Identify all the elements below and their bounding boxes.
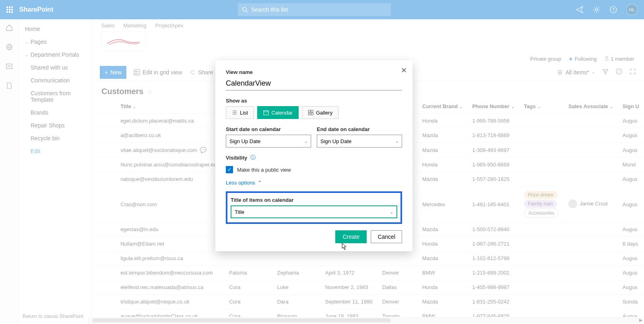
public-label: Make this a public view — [237, 167, 291, 173]
public-checkbox[interactable]: ✓ — [226, 166, 233, 173]
create-view-modal: ✕ View name Show as List Calendar Galler… — [215, 60, 413, 251]
showas-list[interactable]: List — [226, 106, 254, 119]
chevron-up-icon: ⌃ — [258, 180, 262, 186]
less-options-toggle[interactable]: Less options ⌃ — [226, 180, 262, 186]
start-date-select[interactable]: Sign Up Date⌄ — [226, 135, 311, 148]
showas-label: Show as — [226, 98, 402, 104]
cancel-button[interactable]: Cancel — [371, 230, 402, 243]
viewname-input[interactable] — [226, 78, 402, 90]
list-icon — [232, 110, 237, 115]
calendar-icon — [263, 110, 269, 115]
create-button[interactable]: Create — [335, 230, 367, 243]
svg-rect-30 — [308, 113, 310, 115]
showas-calendar[interactable]: Calendar — [257, 106, 299, 119]
close-icon[interactable]: ✕ — [401, 66, 407, 75]
gallery-icon — [308, 110, 314, 115]
chevron-down-icon: ⌄ — [390, 210, 393, 214]
chevron-down-icon: ⌄ — [304, 139, 308, 144]
title-items-label: Title of items on calendar — [231, 197, 397, 203]
visibility-label: Visibility — [226, 155, 247, 161]
svg-rect-28 — [308, 110, 310, 112]
svg-rect-31 — [311, 113, 313, 115]
title-items-select[interactable]: Title⌄ — [231, 205, 397, 218]
end-date-select[interactable]: Sign Up Date⌄ — [317, 135, 402, 148]
end-date-label: End date on calendar — [317, 126, 402, 132]
showas-gallery[interactable]: Gallery — [302, 106, 339, 119]
info-icon[interactable]: ⓘ — [250, 154, 256, 161]
title-of-items-section: Title of items on calendar Title⌄ — [226, 191, 402, 224]
chevron-down-icon: ⌄ — [395, 139, 398, 144]
viewname-label: View name — [226, 69, 402, 75]
start-date-label: Start date on calendar — [226, 126, 311, 132]
svg-rect-26 — [264, 111, 268, 115]
svg-rect-29 — [311, 110, 313, 112]
